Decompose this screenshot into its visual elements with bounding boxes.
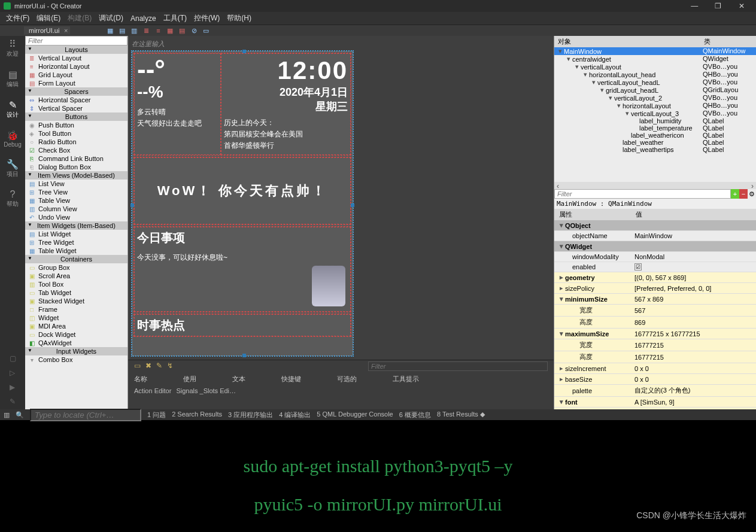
- run-icon[interactable]: ▢: [10, 354, 16, 363]
- tree-row[interactable]: ▾centralwidgetQWidget: [554, 55, 756, 63]
- widget-item[interactable]: ◈Tool Button: [25, 129, 127, 138]
- layout-icon[interactable]: ▤: [118, 26, 126, 35]
- property-value[interactable]: ☑: [631, 262, 756, 272]
- widget-item[interactable]: ▣Scroll Area: [25, 272, 127, 280]
- property-value[interactable]: [Preferred, Preferred, 0, 0]: [631, 283, 756, 293]
- mode-button[interactable]: 🐞Debug: [2, 130, 23, 148]
- property-table[interactable]: ▾QObjectobjectNameMainWindow▾QWidgetwind…: [554, 220, 756, 409]
- widget-item[interactable]: ○Radio Button: [25, 138, 127, 146]
- status-pane-button[interactable]: 6 概要信息: [399, 411, 431, 419]
- tree-row[interactable]: ▾verticalLayout_3QVBo…you: [554, 110, 756, 117]
- form-icon[interactable]: ▤: [178, 26, 186, 35]
- mode-button[interactable]: ▤编辑: [2, 69, 23, 89]
- bottom-tab[interactable]: Action Editor: [134, 387, 171, 396]
- tree-row[interactable]: label_humidityQLabel: [554, 117, 756, 124]
- widget-item[interactable]: ▦Grid Layout: [25, 71, 127, 79]
- menu-item[interactable]: Analyze: [127, 13, 160, 24]
- widget-item[interactable]: □Frame: [25, 305, 127, 314]
- layout-v-icon[interactable]: ≣: [142, 26, 150, 35]
- widget-item[interactable]: ⊞Tree View: [25, 188, 127, 196]
- widget-item[interactable]: ⎘Command Link Button: [25, 154, 127, 163]
- property-row[interactable]: 宽度567: [554, 305, 756, 317]
- widget-item[interactable]: ▤List Widget: [25, 230, 127, 238]
- widget-item[interactable]: ◉Push Button: [25, 121, 127, 129]
- add-property-button[interactable]: +: [731, 189, 739, 199]
- widget-group-header[interactable]: Buttons: [25, 113, 127, 121]
- tree-row[interactable]: label_temperatureQLabel: [554, 124, 756, 132]
- property-row[interactable]: ▾minimumSize567 x 869: [554, 294, 756, 305]
- action-column-header[interactable]: 名称: [134, 375, 147, 384]
- property-value[interactable]: NonModal: [631, 252, 756, 262]
- widget-item[interactable]: ▣MDI Area: [25, 322, 127, 330]
- menu-item[interactable]: 构建(B): [64, 12, 95, 25]
- layout-icon[interactable]: ▥: [130, 26, 138, 35]
- property-row[interactable]: ▸baseSize0 x 0: [554, 374, 756, 385]
- widget-filter-input[interactable]: [25, 36, 127, 45]
- config-icon[interactable]: ↯: [167, 361, 173, 371]
- property-value[interactable]: MainWindow: [631, 231, 756, 241]
- maximize-button[interactable]: ❐: [708, 2, 729, 10]
- close-button[interactable]: ✕: [731, 2, 752, 10]
- expand-icon[interactable]: ▾: [557, 47, 564, 55]
- expand-icon[interactable]: ▾: [607, 94, 614, 102]
- layout-h-icon[interactable]: ≡: [154, 26, 162, 35]
- widget-item[interactable]: ◫Widget: [25, 314, 127, 322]
- action-column-header[interactable]: 文本: [232, 375, 245, 384]
- status-pane-button[interactable]: 1 问题: [147, 411, 166, 419]
- action-column-header[interactable]: 使用: [183, 375, 196, 384]
- tree-row[interactable]: ▾verticalLayout_2QVBo…you: [554, 94, 756, 102]
- property-row[interactable]: ▸sizeIncrement0 x 0: [554, 363, 756, 374]
- property-row[interactable]: 高度869: [554, 317, 756, 329]
- tree-row[interactable]: ▾verticalLayout_headLQVBo…you: [554, 78, 756, 86]
- action-filter-input[interactable]: [368, 361, 548, 371]
- scroll-left-icon[interactable]: ‹: [557, 182, 559, 189]
- layout-icon[interactable]: ▦: [106, 26, 114, 35]
- widget-item[interactable]: ▦Table View: [25, 196, 127, 205]
- property-row[interactable]: ▸geometry[(0, 0), 567 x 869]: [554, 272, 756, 283]
- widget-item[interactable]: ⇔Horizontal Spacer: [25, 96, 127, 104]
- grid-icon[interactable]: ▦: [166, 26, 174, 35]
- tree-row[interactable]: ▾horizontalLayout_headQHBo…you: [554, 71, 756, 78]
- widget-group-header[interactable]: Input Widgets: [25, 347, 127, 355]
- property-row[interactable]: ▾maximumSize16777215 x 16777215: [554, 329, 756, 339]
- expand-icon[interactable]: ▾: [599, 86, 606, 94]
- run-icon[interactable]: ▷: [10, 369, 16, 377]
- property-row[interactable]: 高度16777215: [554, 351, 756, 363]
- widget-item[interactable]: ▭Group Box: [25, 263, 127, 272]
- tree-row[interactable]: ▾MainWindowQMainWindow: [554, 47, 756, 55]
- widget-item[interactable]: ≣Vertical Layout: [25, 54, 127, 62]
- mode-button[interactable]: ✎设计: [2, 99, 23, 119]
- widget-item[interactable]: ⎗Dialog Button Box: [25, 163, 127, 171]
- property-row[interactable]: windowModalityNonModal: [554, 252, 756, 262]
- widget-group-header[interactable]: Spacers: [25, 87, 127, 96]
- scroll-right-icon[interactable]: ›: [751, 182, 754, 189]
- property-filter-input[interactable]: [554, 189, 731, 199]
- tree-row[interactable]: ▾verticalLayoutQVBo…you: [554, 63, 756, 71]
- property-value[interactable]: A [SimSun, 9]: [631, 397, 756, 407]
- document-tab[interactable]: mirrorUI.ui ×: [24, 26, 70, 35]
- property-row[interactable]: palette自定义的(3 个角色): [554, 385, 756, 397]
- widget-item[interactable]: ▣Stacked Widget: [25, 297, 127, 305]
- adjust-icon[interactable]: ▭: [202, 26, 210, 35]
- action-column-header[interactable]: 工具提示: [393, 375, 419, 384]
- expand-icon[interactable]: ▾: [558, 330, 565, 338]
- run-icon[interactable]: ▶: [10, 383, 16, 391]
- minimize-button[interactable]: —: [684, 2, 705, 10]
- menu-item[interactable]: 帮助(H): [223, 12, 255, 25]
- menu-item[interactable]: 编辑(E): [33, 12, 64, 25]
- widget-item[interactable]: ⊞Tree Widget: [25, 238, 127, 247]
- property-value[interactable]: 567 x 869: [631, 294, 756, 304]
- edit-action-icon[interactable]: ✎: [156, 361, 162, 371]
- status-pane-button[interactable]: 3 应用程序输出: [228, 411, 273, 419]
- expand-icon[interactable]: ▾: [565, 55, 572, 63]
- close-icon[interactable]: ×: [64, 27, 68, 34]
- property-value[interactable]: [(0, 0), 567 x 869]: [631, 272, 756, 282]
- expand-icon[interactable]: ▾: [590, 78, 597, 86]
- widget-item[interactable]: ▤List View: [25, 180, 127, 188]
- tree-row[interactable]: label_weatherQLabel: [554, 139, 756, 146]
- widget-group-header[interactable]: Item Widgets (Item-Based): [25, 221, 127, 230]
- expand-icon[interactable]: ▸: [558, 273, 565, 281]
- tree-row[interactable]: label_weathericonQLabel: [554, 132, 756, 139]
- property-value[interactable]: Alegreya: [631, 408, 756, 409]
- widget-item[interactable]: ⇕Vertical Spacer: [25, 104, 127, 113]
